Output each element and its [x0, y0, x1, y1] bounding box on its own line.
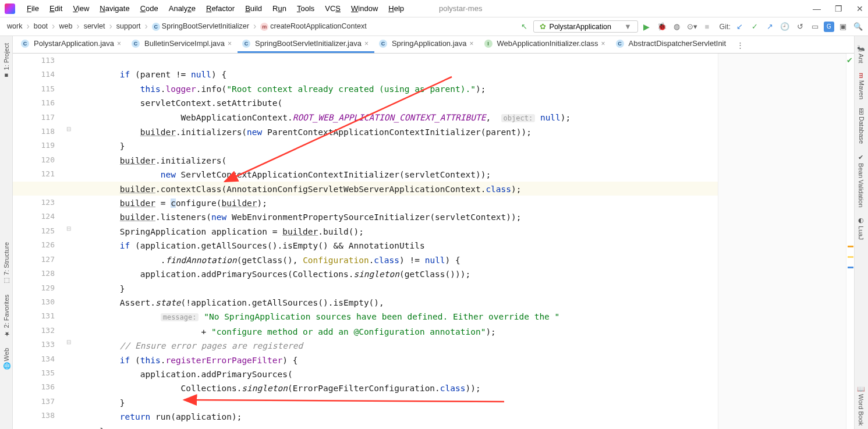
app-icon: [5, 3, 15, 14]
crumb[interactable]: web: [55, 21, 76, 31]
git-history-icon[interactable]: 🕘: [778, 20, 791, 33]
layout-icon[interactable]: ▣: [837, 20, 849, 33]
code-area[interactable]: if (parent != null) { this.logger.info("…: [79, 54, 718, 429]
error-stripe[interactable]: ✔: [846, 54, 854, 429]
menu-edit[interactable]: Edit: [45, 2, 67, 15]
menu-run[interactable]: Run: [268, 2, 291, 15]
profile-icon[interactable]: ⊙▾: [686, 20, 699, 33]
tab[interactable]: CPolystarApplication.java×: [16, 36, 127, 53]
close-tab-icon[interactable]: ×: [228, 40, 232, 48]
crumb[interactable]: boot: [30, 21, 51, 31]
crumb[interactable]: work: [3, 21, 26, 31]
editor-tabs: CPolystarApplication.java× CBulletinServ…: [13, 36, 854, 54]
menu-window[interactable]: Window: [346, 2, 382, 15]
git-push-icon[interactable]: ↗: [763, 20, 776, 33]
tool-structure[interactable]: ⬚ 7: Structure: [1, 237, 11, 289]
tool-database[interactable]: 🗄 Database: [858, 105, 865, 147]
box-icon[interactable]: ▭: [809, 20, 821, 33]
git-revert-icon[interactable]: ↺: [793, 20, 806, 33]
close-icon[interactable]: ✕: [856, 4, 863, 13]
tab[interactable]: IWebApplicationInitializer.class×: [480, 36, 611, 53]
close-tab-icon[interactable]: ×: [601, 40, 605, 48]
tool-bean-validation[interactable]: ✔ Bean Validation: [858, 150, 865, 211]
tool-ant[interactable]: 🐜 Ant: [858, 41, 865, 67]
crumb[interactable]: servlet: [80, 21, 109, 31]
tab-overflow-icon[interactable]: ⋮: [732, 37, 749, 53]
menu-refactor[interactable]: Refactor: [201, 2, 239, 15]
git-pull-icon[interactable]: ↙: [733, 20, 746, 33]
git-label: Git:: [720, 23, 731, 31]
fold-icon[interactable]: ⊟: [66, 126, 71, 132]
tool-project[interactable]: ■ 1: Project: [2, 38, 11, 84]
fold-icon[interactable]: ⊟: [66, 225, 71, 232]
menu-view[interactable]: View: [68, 2, 94, 15]
minimize-icon[interactable]: —: [813, 4, 821, 13]
tool-wordbook[interactable]: 📖 Word Book: [858, 381, 865, 429]
maximize-icon[interactable]: ❐: [835, 4, 842, 13]
tab[interactable]: CSpringApplication.java×: [374, 36, 480, 53]
run-config-label: PolystarApplication: [550, 23, 611, 31]
tool-luaj[interactable]: ◐ LuaJ: [858, 213, 865, 243]
debug-icon[interactable]: 🐞: [656, 20, 668, 33]
crumb[interactable]: support: [113, 21, 144, 31]
svg-line-1: [184, 400, 504, 402]
line-numbers: 1131141151161171181191201211221231241251…: [36, 54, 62, 429]
tab-active[interactable]: CSpringBootServletInitializer.java×: [238, 36, 374, 53]
menu-build[interactable]: Build: [240, 2, 267, 15]
editor[interactable]: 1131141151161171181191201211221231241251…: [13, 54, 854, 429]
fold-icon[interactable]: ⊟: [66, 339, 71, 345]
tool-maven[interactable]: m Maven: [858, 69, 865, 103]
menu-tools[interactable]: Tools: [292, 2, 319, 15]
menu-navigate[interactable]: Navigate: [95, 2, 134, 15]
back-nav-icon[interactable]: ↖: [518, 20, 531, 33]
tab[interactable]: CAbstractDispatcherServletInit: [611, 36, 732, 53]
menu-vcs[interactable]: VCS: [320, 2, 345, 15]
project-name: polystar-mes: [439, 4, 482, 13]
close-tab-icon[interactable]: ×: [117, 40, 121, 48]
crumb[interactable]: mcreateRootApplicationContext: [257, 21, 370, 32]
close-tab-icon[interactable]: ×: [470, 40, 474, 48]
menu-help[interactable]: Help: [384, 2, 409, 15]
stop-icon[interactable]: ■: [701, 20, 714, 33]
run-config-dropdown[interactable]: ✿ PolystarApplication ▼: [533, 20, 638, 33]
right-tool-stripe: 🐜 Ant m Maven 🗄 Database ✔ Bean Validati…: [854, 36, 868, 429]
menu-analyze[interactable]: Analyze: [164, 2, 200, 15]
tool-web[interactable]: 🌐 Web: [1, 343, 11, 375]
close-tab-icon[interactable]: ×: [364, 40, 369, 48]
search-icon[interactable]: 🔍: [852, 20, 865, 33]
spring-icon: ✿: [540, 22, 546, 31]
tab[interactable]: CBulletinServiceImpl.java×: [127, 36, 238, 53]
coverage-icon[interactable]: ◍: [671, 20, 683, 33]
inspections-ok-icon[interactable]: ✔: [846, 56, 853, 65]
tool-favorites[interactable]: ★ 2: Favorites: [1, 290, 11, 342]
breadcrumb: work› boot› web› servlet› support› CSpri…: [3, 21, 370, 32]
menu-code[interactable]: Code: [136, 2, 163, 15]
git-commit-icon[interactable]: ✓: [748, 20, 761, 33]
left-tool-stripe: ■ 1: Project ⬚ 7: Structure ★ 2: Favorit…: [0, 36, 13, 429]
menubar: File Edit View Navigate Code Analyze Ref…: [0, 0, 868, 17]
run-icon[interactable]: ▶: [640, 20, 653, 33]
crumb[interactable]: CSpringBootServletInitializer: [148, 21, 253, 32]
toolbar: work› boot› web› servlet› support› CSpri…: [0, 17, 868, 36]
translate-icon[interactable]: G: [824, 22, 834, 32]
menu-file[interactable]: File: [22, 2, 44, 15]
